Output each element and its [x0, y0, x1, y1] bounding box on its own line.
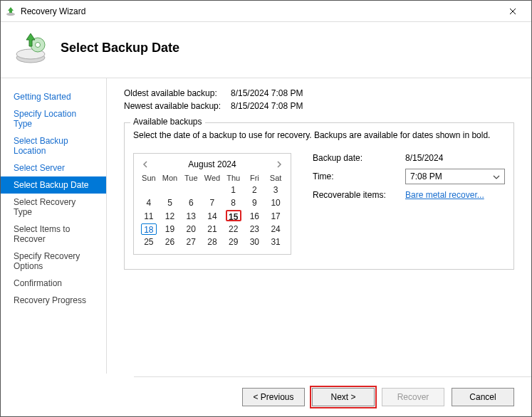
step-select-server[interactable]: Select Server	[1, 159, 106, 176]
wizard-footer: < Previous Next > Recover Cancel	[134, 376, 531, 416]
window-title: Recovery Wizard	[21, 6, 499, 16]
calendar-day[interactable]: 11	[138, 209, 160, 223]
calendar-day[interactable]: 21	[202, 223, 223, 236]
wizard-header: Select Backup Date	[1, 22, 531, 76]
calendar-next-month[interactable]	[272, 157, 286, 172]
page-title: Select Backup Date	[61, 41, 179, 56]
oldest-backup-row: Oldest available backup: 8/15/2024 7:08 …	[124, 88, 514, 98]
backup-time-value: 7:08 PM	[410, 171, 442, 181]
calendar-day[interactable]: 2	[244, 184, 266, 196]
backup-date-label: Backup date:	[313, 153, 405, 163]
calendar-grid: SunMonTueWedThuFriSat 123456789101112131…	[138, 172, 286, 248]
content-area: Getting Started Specify Location Type Se…	[1, 78, 531, 374]
oldest-backup-label: Oldest available backup:	[124, 88, 231, 98]
calendar-day[interactable]: 22	[223, 223, 244, 236]
backup-calendar[interactable]: August 2024 SunMonTueWedThuFriSat 123456…	[133, 153, 291, 255]
backup-time-label: Time:	[313, 171, 405, 181]
calendar-day[interactable]: 18	[138, 223, 160, 236]
recover-button: Recover	[382, 388, 444, 406]
calendar-day[interactable]: 31	[265, 236, 286, 248]
calendar-day[interactable]: 4	[138, 196, 160, 209]
calendar-day[interactable]: 7	[202, 196, 223, 209]
calendar-day[interactable]: 19	[160, 223, 181, 236]
app-icon	[5, 6, 16, 17]
step-select-backup-location[interactable]: Select Backup Location	[1, 132, 106, 159]
available-backups-legend: Available backups	[130, 117, 205, 127]
calendar-day[interactable]: 30	[244, 236, 266, 248]
step-recovery-progress: Recovery Progress	[1, 292, 106, 309]
next-button[interactable]: Next >	[312, 388, 375, 406]
step-specify-location-type[interactable]: Specify Location Type	[1, 105, 106, 132]
svg-point-4	[36, 43, 41, 48]
newest-backup-row: Newest available backup: 8/15/2024 7:08 …	[124, 101, 514, 111]
wizard-steps-sidebar: Getting Started Specify Location Type Se…	[1, 78, 107, 374]
step-getting-started[interactable]: Getting Started	[1, 88, 106, 105]
calendar-day[interactable]: 6	[180, 196, 202, 209]
backup-date-value: 8/15/2024	[405, 153, 443, 163]
step-confirmation: Confirmation	[1, 275, 106, 292]
available-backups-desc: Select the date of a backup to use for r…	[133, 130, 505, 140]
recoverable-items-link[interactable]: Bare metal recover...	[405, 190, 484, 200]
calendar-day[interactable]: 10	[265, 196, 286, 209]
calendar-day[interactable]: 25	[138, 236, 160, 248]
calendar-day[interactable]: 13	[180, 209, 202, 223]
calendar-dow: Wed	[202, 172, 223, 184]
backup-details: Backup date: 8/15/2024 Time: 7:08 PM	[313, 153, 505, 206]
calendar-day[interactable]: 5	[160, 196, 181, 209]
newest-backup-label: Newest available backup:	[124, 101, 231, 111]
step-select-backup-date[interactable]: Select Backup Date	[1, 176, 106, 194]
main-panel: Oldest available backup: 8/15/2024 7:08 …	[107, 78, 531, 374]
calendar-day[interactable]: 24	[265, 223, 286, 236]
calendar-day[interactable]: 20	[180, 223, 202, 236]
calendar-day[interactable]: 27	[180, 236, 202, 248]
recovery-wizard-window: Recovery Wizard Select Backup Date Getti…	[0, 0, 532, 417]
recoverable-items-label: Recoverable items:	[313, 190, 405, 200]
calendar-dow: Sun	[138, 172, 160, 184]
calendar-day	[202, 184, 223, 196]
calendar-dow: Fri	[244, 172, 266, 184]
step-specify-recovery-options: Specify Recovery Options	[1, 248, 106, 275]
calendar-day[interactable]: 12	[160, 209, 181, 223]
titlebar: Recovery Wizard	[1, 1, 531, 22]
calendar-day	[180, 184, 202, 196]
calendar-month-title: August 2024	[188, 159, 236, 169]
backup-time-select[interactable]: 7:08 PM	[405, 169, 505, 184]
calendar-day	[138, 184, 160, 196]
calendar-day[interactable]: 14	[202, 209, 223, 223]
calendar-day[interactable]: 28	[202, 236, 223, 248]
calendar-day[interactable]: 23	[244, 223, 266, 236]
calendar-day[interactable]: 16	[244, 209, 266, 223]
calendar-day[interactable]: 3	[265, 184, 286, 196]
calendar-day[interactable]: 26	[160, 236, 181, 248]
calendar-day[interactable]: 9	[244, 196, 266, 209]
chevron-down-icon	[493, 171, 500, 181]
calendar-day	[160, 184, 181, 196]
previous-button[interactable]: < Previous	[242, 388, 305, 406]
calendar-day[interactable]: 17	[265, 209, 286, 223]
calendar-dow: Sat	[265, 172, 286, 184]
calendar-dow: Thu	[223, 172, 244, 184]
newest-backup-value: 8/15/2024 7:08 PM	[231, 101, 303, 111]
calendar-dow: Mon	[160, 172, 181, 184]
calendar-dow: Tue	[180, 172, 202, 184]
calendar-day[interactable]: 1	[223, 184, 244, 196]
calendar-day[interactable]: 29	[223, 236, 244, 248]
step-select-recovery-type: Select Recovery Type	[1, 194, 106, 221]
close-button[interactable]	[499, 1, 527, 21]
calendar-day[interactable]: 15	[223, 209, 244, 223]
cancel-button[interactable]: Cancel	[452, 388, 514, 406]
svg-point-0	[6, 12, 15, 15]
step-select-items-to-recover: Select Items to Recover	[1, 221, 106, 248]
wizard-icon	[14, 31, 48, 65]
oldest-backup-value: 8/15/2024 7:08 PM	[231, 88, 303, 98]
calendar-day[interactable]: 8	[223, 196, 244, 209]
calendar-prev-month[interactable]	[138, 157, 152, 172]
available-backups-group: Available backups Select the date of a b…	[124, 122, 514, 270]
